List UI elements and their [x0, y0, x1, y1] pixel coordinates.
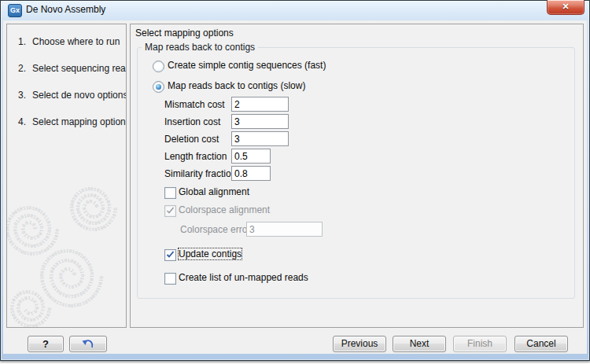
help-button[interactable]: ?: [28, 336, 64, 352]
step-number: 1.: [18, 36, 26, 47]
finish-button: Finish: [453, 336, 507, 352]
mismatch-cost-input[interactable]: [231, 97, 289, 112]
titlebar[interactable]: Gx De Novo Assembly ✕: [0, 0, 588, 20]
step-label: Choose where to run: [32, 36, 120, 47]
reset-button[interactable]: [69, 336, 107, 352]
deletion-cost-label: Deletion cost: [164, 134, 219, 145]
wizard-steps-panel: 1. Choose where to run 2. Select sequenc…: [6, 24, 127, 328]
cancel-button[interactable]: Cancel: [514, 336, 568, 352]
radio-simple-contig-label[interactable]: Create simple contig sequences (fast): [168, 60, 326, 71]
step-number: 3.: [18, 90, 26, 101]
step-label: Select mapping options: [32, 116, 127, 127]
global-alignment-label[interactable]: Global alignment: [179, 186, 249, 197]
insertion-cost-label: Insertion cost: [164, 116, 220, 127]
map-reads-groupbox: Map reads back to contigs Create simple …: [137, 47, 575, 299]
radio-map-back[interactable]: [153, 81, 164, 93]
previous-button[interactable]: Previous: [333, 336, 386, 352]
step-label: Select sequencing reads: [32, 63, 127, 74]
svg-text:010110100101101001011010010110: 0101101001011010010110100101101001011010…: [7, 24, 118, 232]
close-button[interactable]: ✕: [547, 0, 584, 15]
similarity-fraction-input[interactable]: [231, 166, 271, 181]
colorspace-alignment-checkbox: [164, 205, 176, 217]
next-button[interactable]: Next: [393, 336, 446, 352]
length-fraction-label: Length fraction: [164, 151, 227, 162]
global-alignment-checkbox[interactable]: [164, 187, 176, 199]
update-contigs-checkbox[interactable]: [164, 249, 176, 261]
svg-text:010110100101101001011010010110: 0101101001011010010110100101101001011010…: [7, 24, 60, 256]
update-contigs-label[interactable]: Update contigs: [179, 248, 242, 259]
de-novo-assembly-window: Gx De Novo Assembly ✕ 1. Choose where to…: [0, 0, 590, 364]
unmapped-reads-checkbox[interactable]: [164, 273, 176, 285]
radio-simple-contig[interactable]: [153, 61, 164, 72]
unmapped-reads-label[interactable]: Create list of un-mapped reads: [179, 272, 308, 283]
step-label: Select de novo options: [32, 90, 127, 101]
mismatch-cost-label: Mismatch cost: [164, 99, 225, 110]
window-title: De Novo Assembly: [26, 4, 105, 15]
dialog-client-area: 1. Choose where to run 2. Select sequenc…: [3, 20, 587, 354]
colorspace-error-cost-input: [246, 222, 323, 237]
radio-map-back-label[interactable]: Map reads back to contigs (slow): [168, 80, 305, 91]
similarity-fraction-label: Similarity fraction: [164, 168, 236, 179]
groupbox-title: Map reads back to contigs: [142, 42, 258, 53]
step-number: 2.: [18, 63, 26, 74]
colorspace-alignment-label: Colorspace alignment: [179, 204, 270, 215]
length-fraction-input[interactable]: [231, 149, 271, 164]
gx-app-icon: Gx: [8, 4, 22, 17]
mapping-options-panel: Select mapping options Map reads back to…: [130, 24, 584, 328]
deletion-cost-input[interactable]: [231, 131, 289, 146]
insertion-cost-input[interactable]: [231, 114, 289, 129]
undo-arrow-icon: [80, 336, 96, 349]
step-heading: Select mapping options: [135, 28, 234, 39]
step-number: 4.: [18, 116, 26, 127]
